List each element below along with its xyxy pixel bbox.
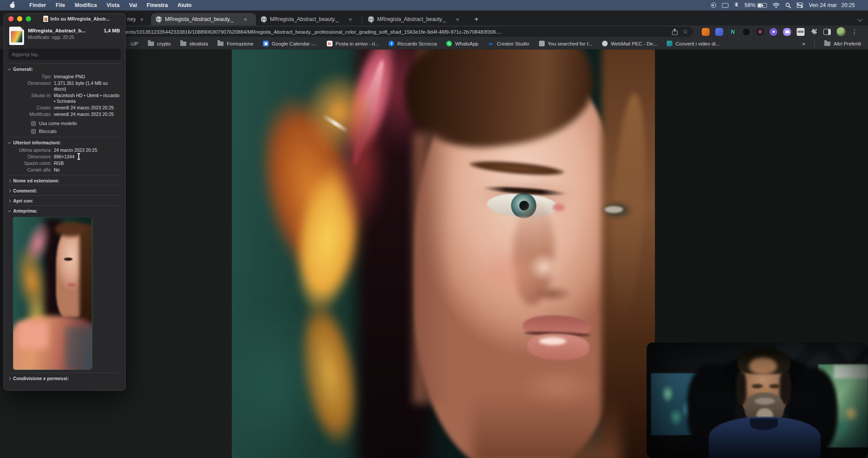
checkbox-usa-come-modello[interactable]	[31, 121, 36, 126]
section-commenti[interactable]: Commenti:	[4, 185, 125, 195]
tags-field[interactable]	[8, 49, 121, 60]
near-protocol-icon[interactable]: N	[729, 28, 737, 36]
bookmark-label: crypto	[157, 41, 171, 46]
menu-aiuto[interactable]: Aiuto	[173, 2, 196, 8]
blue-wallet-icon[interactable]	[715, 28, 723, 36]
menu-finder[interactable]: Finder	[24, 2, 51, 8]
tab-close-icon[interactable]: ×	[347, 16, 354, 23]
facebook-icon: f	[388, 41, 394, 46]
tags-input[interactable]	[8, 52, 121, 57]
extensions-puzzle-icon[interactable]	[810, 28, 818, 35]
info-row: Ultima apertura:24 marzo 2023 20:25	[4, 147, 125, 154]
section-apri-con[interactable]: Apri con:	[4, 196, 125, 205]
bookmark-creator-studio[interactable]: ∞Creator Studio	[488, 41, 529, 46]
image-layer	[67, 283, 76, 287]
image-layer	[18, 322, 48, 349]
menubar-status-area: 58% Ven 24 mar 20:25	[711, 2, 868, 8]
bookmark-video-converter[interactable]: Converti i video di...	[667, 41, 720, 46]
bookmark-star-icon[interactable]: ☆	[682, 28, 689, 35]
folder-icon	[217, 42, 224, 46]
browser-menu-icon[interactable]: ⋮	[851, 28, 855, 35]
chevron-expanded-icon	[8, 140, 11, 143]
chevron-collapsed-icon	[8, 199, 11, 202]
phantom-wallet-icon[interactable]	[783, 28, 791, 36]
menu-vista[interactable]: Vista	[102, 2, 124, 8]
file-size: 1,4 MB	[104, 27, 120, 33]
bookmarks-overflow-icon[interactable]: »	[802, 41, 805, 47]
display-icon[interactable]	[722, 3, 728, 8]
tab-close-icon[interactable]: ×	[242, 16, 248, 23]
control-center-icon[interactable]	[797, 3, 803, 8]
section-generali[interactable]: Generali:	[4, 64, 125, 73]
tab-close-icon[interactable]: ×	[455, 16, 461, 23]
row-label: Canale alfa:	[8, 167, 54, 173]
info-row: Situato in:Macintosh HD • Utenti • ricca…	[4, 92, 125, 105]
metamask-icon[interactable]	[702, 28, 710, 36]
checkbox-bloccato[interactable]	[31, 129, 36, 134]
bookmark-webmail-pec[interactable]: WebMail PEC - De...	[602, 41, 657, 46]
file-name: MRregista_Abstract_b...	[28, 28, 100, 33]
bookmark-up[interactable]: -UP	[130, 41, 138, 46]
wifi-icon[interactable]	[773, 3, 780, 8]
close-window-icon[interactable]	[8, 16, 14, 21]
bookmark-search-result[interactable]: You searched for I...	[539, 41, 593, 46]
get-info-window: Info su MRregista_Abstr... MRregista_Abs…	[4, 13, 126, 391]
tab-4[interactable]: MRregista_Abstract_beauty._ ×	[363, 13, 468, 25]
tab-3[interactable]: MRregista_Abstract_beauty._ ×	[256, 13, 361, 25]
menu-vai[interactable]: Vai	[124, 2, 142, 8]
menubar-clock[interactable]: Ven 24 mar 20:25	[809, 2, 855, 8]
battery-indicator[interactable]: 58%	[745, 2, 767, 8]
bookmark-idealista[interactable]: idealista	[180, 41, 208, 46]
main-image[interactable]	[232, 49, 655, 458]
minimize-window-icon[interactable]	[17, 16, 22, 21]
menu-finestra[interactable]: Finestra	[142, 2, 173, 8]
other-favorites[interactable]: Altri Preferiti	[824, 41, 861, 46]
section-ulteriori-informazioni[interactable]: Ulteriori informazioni:	[4, 137, 125, 147]
battery-icon	[757, 3, 767, 8]
chevron-expanded-icon	[8, 209, 11, 212]
row-label: Dimensioni:	[8, 80, 54, 92]
spotlight-search-icon[interactable]	[785, 3, 791, 8]
menu-modifica[interactable]: Modifica	[70, 2, 102, 8]
bookmark-gmail-inbox[interactable]: MPosta in arrivo - ri...	[327, 41, 379, 46]
share-icon[interactable]	[672, 28, 678, 35]
reading-sidebar-icon[interactable]	[823, 29, 831, 35]
tab-overflow-chevron-icon[interactable]	[858, 17, 862, 21]
info-row: Dimensioni:1.371.351 byte (1,4 MB su dis…	[4, 80, 125, 92]
bookmark-label: WebMail PEC - De...	[611, 41, 657, 46]
tab-close-icon[interactable]: ×	[139, 16, 145, 23]
row-value: venerdì 24 marzo 2023 20:25	[54, 105, 121, 111]
profile-avatar[interactable]	[836, 27, 846, 36]
black-app-icon[interactable]	[742, 28, 750, 36]
menu-file[interactable]: File	[51, 2, 70, 8]
screen-recording-icon[interactable]	[711, 3, 716, 8]
bookmark-formazione[interactable]: Formazione	[217, 41, 253, 46]
address-bar[interactable]: /attachments/1013512335442333816/1088906…	[102, 27, 693, 37]
row-label: Modificato:	[8, 112, 54, 117]
mw-extension-icon[interactable]: MW	[797, 28, 805, 36]
bookmark-google-calendar[interactable]: Google Calendar -...	[263, 41, 317, 46]
apple-menu-icon[interactable]	[10, 2, 16, 8]
key-extension-icon[interactable]	[756, 28, 764, 36]
new-tab-button[interactable]: +	[471, 14, 482, 25]
row-label: Tipo:	[8, 74, 54, 80]
checkbox-row: Bloccato	[4, 127, 125, 135]
window-title: Info su MRregista_Abstr...	[50, 16, 110, 21]
row-label: Dimensioni:	[8, 154, 54, 160]
image-layer	[232, 303, 328, 458]
bookmark-whatsapp[interactable]: WhatsApp	[446, 41, 478, 46]
section-nome-ed-estensione[interactable]: Nome ed estensione:	[4, 175, 125, 185]
bookmark-crypto[interactable]: crypto	[148, 41, 171, 46]
folder-icon	[824, 42, 830, 46]
bluetooth-icon[interactable]	[734, 2, 739, 8]
section-anteprima[interactable]: Anteprima:	[4, 206, 125, 215]
bookmark-facebook-profile[interactable]: fRiccardo Scrocca	[388, 41, 437, 46]
row-value: Macintosh HD • Utenti • riccardo • Scriv…	[54, 93, 121, 104]
zoom-window-icon[interactable]	[26, 16, 31, 21]
info-row: Tipo:Immagine PNG	[4, 73, 125, 80]
purple-flower-extension-icon[interactable]	[770, 28, 777, 36]
info-window-titlebar[interactable]: Info su MRregista_Abstr...	[4, 14, 125, 24]
image-layer	[55, 222, 86, 237]
tab-active[interactable]: MRregista_Abstract_beauty._ ×	[151, 13, 256, 25]
section-condivisione-e-permessi[interactable]: Condivisione e permessi:	[4, 373, 125, 383]
